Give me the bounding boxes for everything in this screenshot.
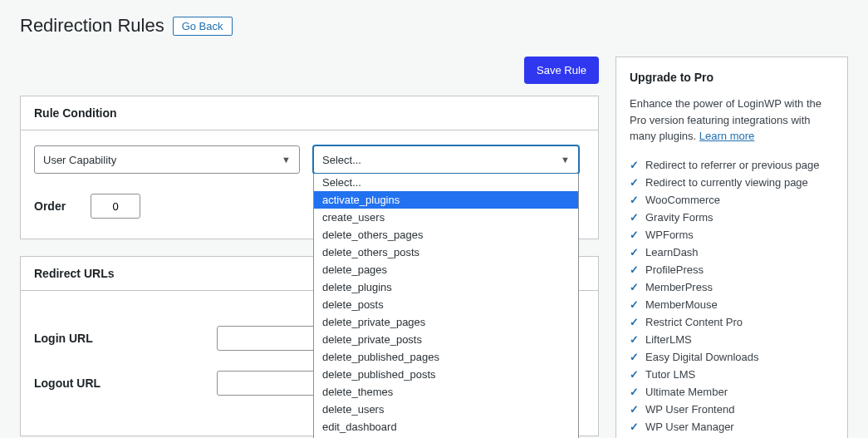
upgrade-heading: Upgrade to Pro bbox=[630, 71, 834, 84]
upgrade-description: Enhance the power of LoginWP with the Pr… bbox=[630, 96, 834, 145]
rule-condition-heading: Rule Condition bbox=[21, 96, 598, 130]
check-icon: ✓ bbox=[630, 176, 639, 189]
capability-value: Select... bbox=[322, 154, 361, 166]
condition-selects-row: User Capability ▼ Select... ▼ Select...a… bbox=[34, 145, 585, 174]
save-rule-button[interactable]: Save Rule bbox=[524, 57, 599, 84]
check-icon: ✓ bbox=[630, 368, 639, 381]
feature-label: Tutor LMS bbox=[645, 368, 695, 381]
feature-item: ✓Gravity Forms bbox=[630, 209, 834, 226]
order-input[interactable] bbox=[91, 194, 140, 219]
capability-option[interactable]: delete_posts bbox=[314, 296, 578, 313]
check-icon: ✓ bbox=[630, 386, 639, 398]
layout: Save Rule Rule Condition User Capability… bbox=[20, 57, 848, 438]
feature-label: Ultimate Member bbox=[645, 386, 728, 398]
capability-option[interactable]: delete_plugins bbox=[314, 278, 578, 296]
feature-item: ✓WooCommerce bbox=[630, 191, 834, 209]
capability-option[interactable]: activate_plugins bbox=[314, 191, 578, 209]
logout-url-label: Logout URL bbox=[34, 376, 217, 390]
feature-label: Easy Digital Downloads bbox=[645, 351, 759, 363]
feature-item: ✓Tutor LMS bbox=[630, 366, 834, 383]
feature-label: MemberPress bbox=[645, 281, 713, 293]
capability-dropdown[interactable]: Select...activate_pluginscreate_usersdel… bbox=[313, 174, 579, 438]
check-icon: ✓ bbox=[630, 403, 639, 416]
capability-select-wrap: Select... ▼ Select...activate_pluginscre… bbox=[313, 145, 579, 174]
capability-option[interactable]: Select... bbox=[314, 174, 578, 191]
check-icon: ✓ bbox=[630, 159, 639, 171]
chevron-down-icon: ▼ bbox=[282, 155, 291, 165]
feature-item: ✓Restrict Content Pro bbox=[630, 313, 834, 331]
feature-item: ✓Redirect to currently viewing page bbox=[630, 174, 834, 191]
feature-item: ✓ProfilePress bbox=[630, 261, 834, 278]
feature-item: ✓Redirect to referrer or previous page bbox=[630, 156, 834, 174]
rule-condition-body: User Capability ▼ Select... ▼ Select...a… bbox=[21, 130, 598, 239]
feature-label: Redirect to referrer or previous page bbox=[645, 159, 820, 171]
feature-label: LearnDash bbox=[645, 246, 699, 258]
page-header: Redirection Rules Go Back bbox=[20, 0, 848, 57]
login-url-label: Login URL bbox=[34, 332, 217, 345]
capability-option[interactable]: create_users bbox=[314, 209, 578, 226]
check-icon: ✓ bbox=[630, 194, 639, 206]
capability-option[interactable]: delete_published_posts bbox=[314, 366, 578, 383]
feature-item: ✓WP User Manager bbox=[630, 418, 834, 436]
check-icon: ✓ bbox=[630, 211, 639, 224]
feature-item: ✓MemberMouse bbox=[630, 296, 834, 313]
feature-list: ✓Redirect to referrer or previous page✓R… bbox=[630, 156, 834, 436]
feature-label: Redirect to currently viewing page bbox=[645, 176, 808, 189]
check-icon: ✓ bbox=[630, 229, 639, 241]
learn-more-link[interactable]: Learn more bbox=[699, 130, 754, 142]
feature-label: WPForms bbox=[645, 229, 694, 241]
condition-type-select-wrap: User Capability ▼ bbox=[34, 145, 300, 174]
check-icon: ✓ bbox=[630, 351, 639, 363]
feature-label: WP User Frontend bbox=[645, 403, 734, 416]
feature-item: ✓LearnDash bbox=[630, 244, 834, 261]
check-icon: ✓ bbox=[630, 281, 639, 293]
order-label: Order bbox=[34, 199, 66, 213]
feature-item: ✓Easy Digital Downloads bbox=[630, 348, 834, 366]
upgrade-panel: Upgrade to Pro Enhance the power of Logi… bbox=[615, 57, 848, 438]
feature-label: WooCommerce bbox=[645, 194, 720, 206]
capability-option[interactable]: delete_themes bbox=[314, 383, 578, 401]
sidebar-column: Upgrade to Pro Enhance the power of Logi… bbox=[615, 57, 848, 438]
check-icon: ✓ bbox=[630, 333, 639, 346]
chevron-down-icon: ▼ bbox=[561, 155, 570, 165]
feature-label: WP User Manager bbox=[645, 421, 734, 433]
condition-type-value: User Capability bbox=[43, 154, 116, 166]
save-row: Save Rule bbox=[20, 57, 599, 84]
feature-item: ✓MemberPress bbox=[630, 278, 834, 296]
capability-option[interactable]: edit_dashboard bbox=[314, 418, 578, 436]
capability-option[interactable]: delete_others_pages bbox=[314, 226, 578, 244]
capability-option[interactable]: delete_private_posts bbox=[314, 331, 578, 348]
feature-item: ✓LifterLMS bbox=[630, 331, 834, 348]
feature-item: ✓Ultimate Member bbox=[630, 383, 834, 401]
capability-select[interactable]: Select... ▼ bbox=[313, 145, 579, 174]
feature-label: MemberMouse bbox=[645, 298, 718, 311]
feature-label: LifterLMS bbox=[645, 333, 692, 346]
feature-label: Restrict Content Pro bbox=[645, 316, 743, 328]
check-icon: ✓ bbox=[630, 263, 639, 276]
page-title: Redirection Rules bbox=[20, 15, 164, 37]
capability-option[interactable]: delete_pages bbox=[314, 261, 578, 278]
check-icon: ✓ bbox=[630, 298, 639, 311]
check-icon: ✓ bbox=[630, 316, 639, 328]
main-column: Save Rule Rule Condition User Capability… bbox=[20, 57, 599, 438]
go-back-button[interactable]: Go Back bbox=[173, 17, 233, 36]
rule-condition-panel: Rule Condition User Capability ▼ Select.… bbox=[20, 96, 599, 239]
capability-option[interactable]: delete_others_posts bbox=[314, 244, 578, 261]
feature-item: ✓WPForms bbox=[630, 226, 834, 244]
capability-option[interactable]: delete_users bbox=[314, 401, 578, 418]
check-icon: ✓ bbox=[630, 421, 639, 433]
check-icon: ✓ bbox=[630, 246, 639, 258]
condition-type-select[interactable]: User Capability ▼ bbox=[34, 145, 300, 174]
feature-label: ProfilePress bbox=[645, 263, 704, 276]
feature-label: Gravity Forms bbox=[645, 211, 714, 224]
capability-option[interactable]: delete_private_pages bbox=[314, 313, 578, 331]
capability-option[interactable]: delete_published_pages bbox=[314, 348, 578, 366]
feature-item: ✓WP User Frontend bbox=[630, 401, 834, 418]
